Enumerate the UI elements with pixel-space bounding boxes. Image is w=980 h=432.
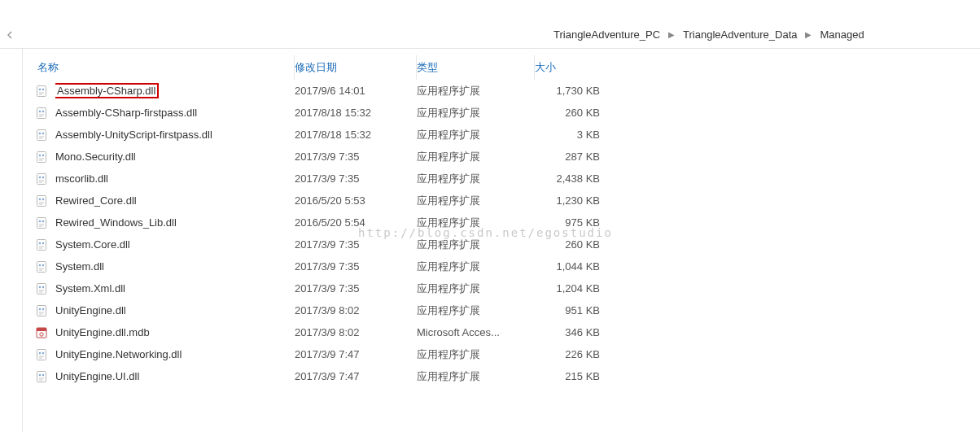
svg-rect-27 (37, 283, 46, 294)
svg-point-31 (39, 308, 41, 309)
file-date: 2017/3/9 7:35 (295, 238, 417, 251)
file-row[interactable]: System.dll2017/3/9 7:35应用程序扩展1,044 KB (23, 255, 980, 277)
file-row[interactable]: System.Xml.dll2017/3/9 7:35应用程序扩展1,204 K… (23, 277, 980, 299)
svg-point-4 (39, 110, 41, 111)
file-type: 应用程序扩展 (417, 172, 535, 186)
svg-point-23 (42, 242, 44, 243)
file-date: 2016/5/20 5:54 (295, 216, 417, 229)
file-type: 应用程序扩展 (417, 216, 535, 230)
file-type: 应用程序扩展 (417, 84, 535, 98)
file-row[interactable]: Assembly-UnityScript-firstpass.dll2017/8… (23, 124, 980, 146)
file-name: Rewired_Core.dll (55, 194, 295, 207)
file-row[interactable]: Assembly-CSharp-firstpass.dll2017/8/18 1… (23, 102, 980, 124)
svg-point-40 (39, 373, 41, 375)
dll-file-icon (34, 84, 49, 98)
svg-point-14 (42, 176, 44, 177)
svg-point-17 (42, 198, 44, 199)
breadcrumb-part[interactable]: TriangleAdventure_PC (553, 28, 660, 41)
chevron-right-icon: ▶ (668, 30, 675, 39)
column-header-size[interactable]: 大小 (535, 55, 610, 80)
file-type: 应用程序扩展 (417, 150, 535, 164)
file-row[interactable]: UnityEngine.dll.mdb2017/3/9 8:02Microsof… (23, 321, 980, 343)
dll-file-icon (34, 172, 49, 186)
file-date: 2017/3/9 7:47 (295, 348, 417, 360)
svg-point-2 (42, 88, 44, 89)
file-size: 2,438 KB (535, 172, 610, 185)
column-header-type[interactable]: 类型 (417, 55, 535, 80)
svg-rect-0 (37, 85, 46, 96)
file-size: 975 KB (535, 216, 610, 229)
chevron-right-icon: ▶ (805, 30, 812, 39)
file-size: 3 KB (535, 129, 610, 141)
file-row[interactable]: mscorlib.dll2017/3/9 7:35应用程序扩展2,438 KB (23, 168, 980, 190)
column-header-name[interactable]: 名称 (34, 55, 295, 80)
breadcrumb-part[interactable]: TriangleAdventure_Data (683, 28, 797, 41)
svg-point-19 (39, 220, 41, 221)
file-size: 287 KB (535, 151, 610, 163)
file-row[interactable]: Rewired_Core.dll2016/5/20 5:53应用程序扩展1,23… (23, 190, 980, 212)
file-type: 应用程序扩展 (417, 106, 535, 120)
file-name: Mono.Security.dll (55, 151, 295, 163)
file-type: 应用程序扩展 (417, 260, 535, 274)
file-row[interactable]: UnityEngine.UI.dll2017/3/9 7:47应用程序扩展215… (23, 365, 980, 387)
svg-point-8 (42, 132, 44, 133)
file-size: 1,230 KB (535, 194, 610, 207)
file-name: UnityEngine.dll (55, 304, 295, 316)
file-row[interactable]: UnityEngine.Networking.dll2017/3/9 7:47应… (23, 343, 980, 365)
toolbar: TriangleAdventure_PC ▶ TriangleAdventure… (0, 0, 980, 49)
file-date: 2017/8/18 15:32 (295, 107, 417, 119)
file-date: 2016/5/20 5:53 (295, 194, 417, 207)
file-type: 应用程序扩展 (417, 128, 535, 142)
svg-point-28 (39, 286, 41, 287)
file-row[interactable]: Assembly-CSharp.dll2017/9/6 14:01应用程序扩展1… (23, 80, 980, 102)
svg-point-38 (42, 351, 44, 353)
svg-point-5 (42, 110, 44, 111)
file-date: 2017/9/6 14:01 (295, 85, 417, 97)
dll-file-icon (34, 281, 49, 296)
file-date: 2017/3/9 7:35 (295, 172, 417, 185)
svg-point-32 (42, 308, 44, 309)
file-type: 应用程序扩展 (417, 238, 535, 252)
file-name: UnityEngine.UI.dll (55, 370, 295, 382)
dll-file-icon (34, 194, 49, 208)
svg-point-22 (39, 242, 41, 243)
svg-rect-18 (37, 217, 46, 228)
breadcrumb-part[interactable]: Managed (820, 28, 864, 41)
svg-rect-34 (37, 328, 46, 331)
main-area: 名称 修改日期 类型 大小 Assembly-CSharp.dll2017/9/… (0, 49, 980, 432)
column-headers: 名称 修改日期 类型 大小 (23, 55, 980, 80)
svg-point-25 (39, 264, 41, 265)
column-header-date[interactable]: 修改日期 (295, 55, 417, 80)
file-date: 2017/8/18 15:32 (295, 129, 417, 141)
file-size: 1,044 KB (535, 260, 610, 273)
svg-rect-9 (37, 151, 46, 162)
file-size: 346 KB (535, 326, 610, 338)
dll-file-icon (34, 303, 49, 318)
file-date: 2017/3/9 7:35 (295, 282, 417, 295)
file-type: 应用程序扩展 (417, 347, 535, 362)
navigation-pane[interactable] (0, 49, 23, 432)
svg-rect-3 (37, 107, 46, 118)
svg-point-13 (39, 176, 41, 177)
file-name: UnityEngine.Networking.dll (55, 348, 295, 360)
file-name: System.Xml.dll (55, 282, 295, 295)
file-date: 2017/3/9 8:02 (295, 304, 417, 316)
svg-rect-30 (37, 305, 46, 316)
file-type: 应用程序扩展 (417, 194, 535, 208)
dll-file-icon (34, 106, 49, 120)
file-size: 260 KB (535, 238, 610, 251)
back-button[interactable] (5, 28, 15, 41)
dll-file-icon (34, 150, 49, 164)
file-row[interactable]: System.Core.dll2017/3/9 7:35应用程序扩展260 KB (23, 233, 980, 255)
file-size: 215 KB (535, 370, 610, 382)
file-row[interactable]: Mono.Security.dll2017/3/9 7:35应用程序扩展287 … (23, 146, 980, 168)
dll-file-icon (34, 369, 49, 384)
file-row[interactable]: Rewired_Windows_Lib.dll2016/5/20 5:54应用程… (23, 212, 980, 233)
svg-point-1 (39, 88, 41, 89)
svg-point-16 (39, 198, 41, 199)
file-size: 1,730 KB (535, 85, 610, 97)
breadcrumb[interactable]: TriangleAdventure_PC ▶ TriangleAdventure… (553, 28, 864, 41)
file-name: System.dll (55, 260, 295, 273)
file-row[interactable]: UnityEngine.dll2017/3/9 8:02应用程序扩展951 KB (23, 299, 980, 321)
svg-rect-24 (37, 261, 46, 272)
